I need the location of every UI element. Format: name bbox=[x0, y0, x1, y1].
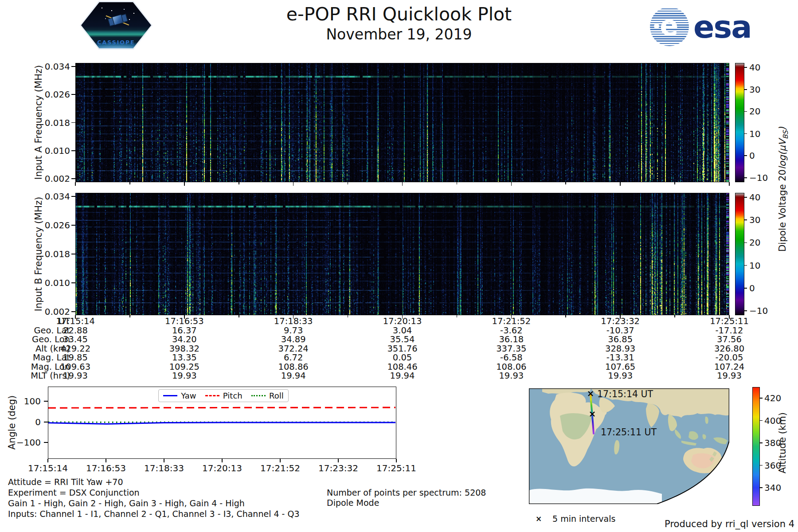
colorbar-tick-label: 40 bbox=[749, 62, 760, 73]
colorbar-tick-label: 0 bbox=[749, 150, 755, 161]
freq-tick-mark bbox=[71, 150, 75, 151]
angle-xtick-label: 17:15:14 bbox=[28, 463, 68, 473]
angle-xtick-label: 17:23:32 bbox=[318, 463, 358, 473]
time-tick-mark bbox=[293, 182, 294, 186]
freq-tick-label: 0.034 bbox=[38, 191, 70, 202]
voltage-colorbar-a bbox=[735, 63, 744, 182]
angle-xtick-mark bbox=[338, 459, 339, 462]
freq-tick-mark bbox=[71, 94, 75, 95]
colorbar-tick-mark bbox=[744, 133, 747, 134]
ephemeris-cell: 19.94 bbox=[281, 371, 306, 381]
freq-tick-mark bbox=[71, 122, 75, 123]
time-minor-tick-mark bbox=[239, 182, 239, 184]
colorbar-tick-mark bbox=[744, 197, 747, 198]
freq-tick-label: 0.002 bbox=[38, 306, 70, 317]
angle-xtick-mark bbox=[47, 459, 48, 462]
pitch-line-sample bbox=[205, 395, 219, 396]
time-tick-mark bbox=[75, 182, 76, 186]
esa-wordmark: esa bbox=[693, 12, 751, 43]
time-tick-mark bbox=[511, 182, 512, 186]
freq-tick-mark bbox=[71, 178, 75, 179]
colorbar-tick-mark bbox=[744, 243, 747, 243]
colorbar-tick-label: 0 bbox=[749, 283, 755, 293]
colorbar-tick-label: 30 bbox=[749, 215, 760, 225]
altitude-tick-label: 380 bbox=[764, 438, 781, 448]
freq-tick-label: 0.018 bbox=[38, 249, 70, 259]
legend-entry-pitch: Pitch bbox=[205, 391, 243, 400]
colorbar-tick-mark bbox=[744, 89, 747, 90]
angle-xtick-label: 17:20:13 bbox=[202, 463, 242, 473]
legend-entry-yaw: Yaw bbox=[163, 391, 196, 400]
angle-xtick-mark bbox=[222, 459, 223, 462]
spectrogram-a-canvas bbox=[76, 63, 729, 182]
angle-ytick-mark bbox=[44, 422, 48, 422]
angle-xtick-mark bbox=[106, 459, 106, 462]
angle-ytick-label: 0 bbox=[9, 417, 41, 427]
angle-xtick-mark bbox=[396, 459, 397, 462]
time-tick-mark bbox=[620, 182, 621, 186]
angle-ytick-mark bbox=[44, 442, 48, 443]
colorbar-tick-mark bbox=[744, 111, 747, 112]
time-minor-tick-mark bbox=[565, 315, 566, 317]
time-tick-mark bbox=[402, 182, 403, 186]
produced-by-label: Produced by rri_ql version 4 bbox=[665, 519, 794, 529]
colorbar-tick-mark bbox=[744, 155, 747, 156]
annotation-mode: Dipole Mode bbox=[327, 498, 379, 508]
angle-xtick-label: 17:16:53 bbox=[86, 463, 126, 473]
spectrogram-b-panel bbox=[75, 193, 729, 315]
angle-xtick-mark bbox=[164, 459, 164, 462]
esa-globe-icon: e bbox=[650, 7, 689, 46]
esa-logo: e esa bbox=[650, 7, 751, 46]
ephemeris-cell: 19.93 bbox=[63, 371, 88, 381]
figure-root: CASSIOPE e-POP RRI Quicklook Plot Novemb… bbox=[0, 0, 798, 532]
freq-tick-label: 0.002 bbox=[38, 173, 70, 184]
angle-ytick-label: −100 bbox=[9, 437, 41, 448]
annotation-attitude: Attitude = RRI Tilt Yaw +70 bbox=[8, 477, 123, 487]
ephemeris-cell: 19.93 bbox=[499, 371, 524, 381]
ephemeris-cell: 19.93 bbox=[717, 371, 742, 381]
colorbar-tick-label: −10 bbox=[749, 172, 768, 183]
altitude-tick-mark bbox=[760, 465, 763, 466]
angle-xtick-label: 17:21:52 bbox=[260, 463, 300, 473]
spectrogram-a-panel bbox=[75, 63, 729, 182]
colorbar-tick-label: 30 bbox=[749, 84, 760, 95]
freq-tick-label: 0.026 bbox=[38, 89, 70, 100]
freq-tick-mark bbox=[71, 196, 75, 197]
angle-plot-legend: Yaw Pitch Roll bbox=[158, 389, 289, 402]
altitude-tick-label: 340 bbox=[764, 482, 781, 493]
voltage-colorbar-label: Dipole Voltage 20log(μVBS) bbox=[777, 127, 790, 252]
ground-track-map bbox=[529, 388, 729, 504]
interval-legend-label: 5 min intervals bbox=[552, 514, 615, 524]
time-minor-tick-mark bbox=[457, 315, 458, 317]
annotation-inputs: Inputs: Channel 1 - I1, Channel 2 - Q1, … bbox=[8, 509, 300, 519]
spectrogram-b-canvas bbox=[76, 193, 729, 315]
time-minor-tick-mark bbox=[565, 182, 566, 184]
time-minor-tick-mark bbox=[239, 315, 239, 317]
colorbar-tick-mark bbox=[744, 219, 747, 220]
colorbar-tick-label: 20 bbox=[749, 237, 760, 248]
altitude-tick-mark bbox=[760, 420, 763, 421]
colorbar-tick-label: 20 bbox=[749, 106, 760, 117]
freq-tick-mark bbox=[71, 225, 75, 226]
freq-tick-label: 0.018 bbox=[38, 117, 70, 128]
altitude-tick-mark bbox=[760, 487, 763, 488]
colorbar-tick-mark bbox=[744, 177, 747, 178]
altitude-tick-label: 420 bbox=[764, 393, 781, 403]
annotation-gains: Gain 1 - High, Gain 2 - High, Gain 3 - H… bbox=[8, 498, 245, 508]
track-start-label: 17:15:14 UT bbox=[597, 389, 653, 399]
colorbar-tick-mark bbox=[744, 288, 747, 289]
angle-xtick-mark bbox=[280, 459, 281, 462]
freq-tick-mark bbox=[71, 254, 75, 254]
pitch-line bbox=[48, 407, 395, 408]
freq-tick-mark bbox=[71, 66, 75, 67]
time-tick-mark bbox=[729, 182, 730, 186]
time-minor-tick-mark bbox=[674, 182, 675, 184]
ephemeris-cell: 19.94 bbox=[390, 371, 415, 381]
time-minor-tick-mark bbox=[457, 182, 458, 184]
map-antarctica bbox=[529, 489, 662, 504]
colorbar-tick-label: 40 bbox=[749, 192, 760, 203]
angle-xtick-label: 17:25:11 bbox=[376, 463, 416, 473]
time-tick-mark bbox=[184, 182, 185, 186]
ephemeris-row-label: MLT (hrs) bbox=[0, 371, 70, 381]
angle-xtick-label: 17:18:33 bbox=[144, 463, 184, 473]
